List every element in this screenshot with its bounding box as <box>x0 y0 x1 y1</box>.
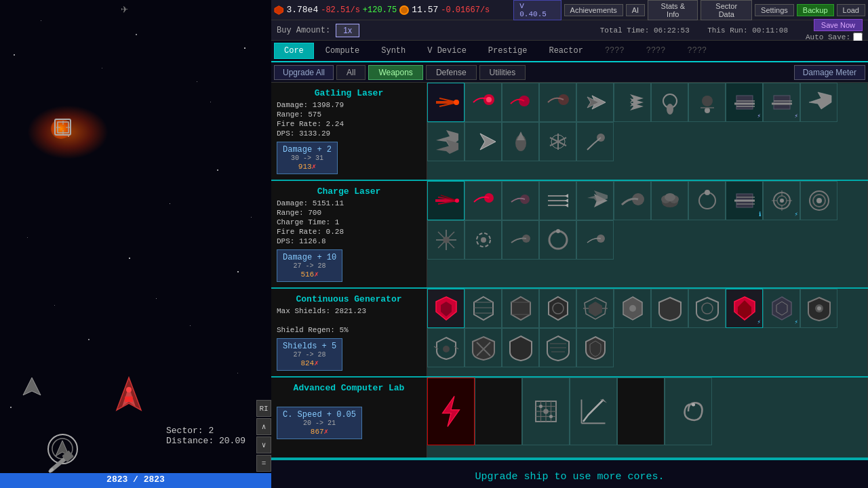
acl-cell-5[interactable] <box>617 378 665 445</box>
gatling-cell-15[interactable] <box>539 122 576 161</box>
cg-cell-16[interactable] <box>576 328 614 367</box>
cl-cell-6[interactable] <box>614 181 651 220</box>
svg-marker-118 <box>772 297 791 320</box>
cg-cell-12[interactable] <box>427 328 465 367</box>
gatling-cell-4[interactable] <box>539 83 576 122</box>
gatling-cell-3[interactable] <box>502 83 539 122</box>
charge-laser-info: Charge Laser Damage: 5151.11 Range: 700 … <box>271 181 427 287</box>
acl-cell-2[interactable] <box>475 378 522 445</box>
cl-cell-13[interactable] <box>465 220 502 260</box>
cl-cell-16[interactable] <box>576 220 614 260</box>
tab-core[interactable]: Core <box>274 43 314 59</box>
tab-unknown-1[interactable]: ???? <box>595 43 635 59</box>
cl-cell-15[interactable] <box>539 220 576 260</box>
charge-upgrade-btn[interactable]: Damage + 10 27 -> 28 516✗ <box>277 249 342 282</box>
cl-cell-10[interactable]: ⚡ <box>763 181 800 220</box>
cl-cell-active[interactable] <box>427 181 465 220</box>
backup-btn[interactable]: Backup <box>797 4 834 16</box>
settings-btn[interactable]: Settings <box>755 4 794 16</box>
cl-cell-11[interactable] <box>800 181 837 220</box>
cg-cell-6[interactable] <box>614 289 651 328</box>
gatling-cell-9[interactable]: ⚡ <box>726 83 763 122</box>
cg-cell-3[interactable] <box>502 289 539 328</box>
acl-cell-4[interactable] <box>570 378 617 445</box>
tab-prestige[interactable]: Prestige <box>478 43 538 59</box>
gatling-cell-5[interactable] <box>576 83 614 122</box>
gatling-cell-10[interactable]: ⚡ <box>763 83 800 122</box>
cg-cell-10[interactable]: ⚡ <box>763 289 800 328</box>
acl-upgrade-btn[interactable]: C. Speed + 0.05 20 -> 21 867✗ <box>277 407 362 439</box>
cg-cell-7[interactable] <box>651 289 688 328</box>
acl-cell-active[interactable] <box>427 378 475 445</box>
cg-cell-14[interactable] <box>502 328 539 367</box>
tab-compute[interactable]: Compute <box>315 43 370 59</box>
nav-down-btn[interactable]: ∨ <box>256 436 271 453</box>
svg-rect-34 <box>736 96 753 109</box>
cl-cell-8[interactable] <box>688 181 726 220</box>
tab-synth[interactable]: Synth <box>371 43 416 59</box>
cg-cell-15[interactable] <box>539 328 576 367</box>
cg-upgrade-btn[interactable]: Shields + 5 27 -> 28 824✗ <box>277 338 342 371</box>
nav-eq-btn[interactable]: = <box>256 455 271 472</box>
filter-utilities-btn[interactable]: Utilities <box>479 65 526 80</box>
charge-laser-name: Charge Laser <box>277 186 421 197</box>
ai-btn[interactable]: AI <box>626 4 645 16</box>
gatling-cell-active[interactable] <box>427 83 465 122</box>
gatling-cell-13[interactable] <box>465 122 502 161</box>
stats-info-btn[interactable]: Stats & Info <box>648 0 698 20</box>
buy-amount-btn[interactable]: 1x <box>336 24 359 37</box>
cl-cell-5[interactable] <box>576 181 614 220</box>
gatling-upgrade-btn[interactable]: Damage + 2 30 -> 31 913✗ <box>277 142 338 174</box>
tab-reactor[interactable]: Reactor <box>538 43 593 59</box>
acl-cell-6[interactable] <box>665 378 712 445</box>
cg-cell-13[interactable] <box>465 328 502 367</box>
cg-cell-active[interactable] <box>427 289 465 328</box>
bottom-message: Upgrade ship to use more cores. <box>271 459 868 488</box>
tab-unknown-2[interactable]: ???? <box>636 43 676 59</box>
nav-r-btn[interactable]: RI <box>256 400 271 417</box>
gatling-cell-7[interactable] <box>651 83 688 122</box>
gatling-cell-11[interactable] <box>800 83 837 122</box>
sector-data-btn[interactable]: Sector Data <box>701 0 752 20</box>
cl-cell-3[interactable] <box>502 181 539 220</box>
gatling-cell-6[interactable] <box>614 83 651 122</box>
cl-cell-4[interactable] <box>539 181 576 220</box>
gatling-cell-14[interactable] <box>502 122 539 161</box>
achievements-btn[interactable]: Achievements <box>564 4 623 16</box>
gatling-cell-16[interactable] <box>576 122 614 161</box>
friendly-ship <box>20 376 44 405</box>
cg-cell-9[interactable]: ⚡ <box>726 289 763 328</box>
svg-marker-64 <box>565 203 568 207</box>
cg-cell-8[interactable] <box>688 289 726 328</box>
filter-all-btn[interactable]: All <box>336 65 366 80</box>
cl-cell-2[interactable] <box>465 181 502 220</box>
nav-up-btn[interactable]: ∧ <box>256 418 271 435</box>
filter-weapons-btn[interactable]: Weapons <box>368 65 422 80</box>
cl-cell-14[interactable] <box>502 220 539 260</box>
gatling-cell-12[interactable] <box>427 122 465 161</box>
cg-cell-4[interactable] <box>539 289 576 328</box>
cl-cell-7[interactable] <box>651 181 688 220</box>
upgrade-all-btn[interactable]: Upgrade All <box>274 65 334 80</box>
upgrade-advanced-computer: Advanced Computer Lab C. Speed + 0.05 20… <box>271 378 868 459</box>
cg-cell-11[interactable] <box>800 289 837 328</box>
gatling-cell-8[interactable] <box>688 83 726 122</box>
cg-cell-5[interactable] <box>576 289 614 328</box>
filter-defense-btn[interactable]: Defense <box>426 65 477 80</box>
distance-line: Distance: 20.09 <box>166 436 245 446</box>
cg-cell-2[interactable] <box>465 289 502 328</box>
gatling-cell-2[interactable] <box>465 83 502 122</box>
load-btn[interactable]: Load <box>837 4 865 16</box>
acl-upgrade-btn-container: C. Speed + 0.05 20 -> 21 867✗ <box>277 407 421 439</box>
damage-meter-btn[interactable]: Damage Meter <box>794 65 865 80</box>
cl-cell-9[interactable]: ℹ <box>726 181 763 220</box>
top-bar: 3.78e4 -82.51/s +120.75 11.57 -0.01667/s… <box>271 0 868 20</box>
tab-vdevice[interactable]: V Device <box>417 43 477 59</box>
save-now-btn[interactable]: Save Now <box>814 19 863 31</box>
acl-cell-3[interactable] <box>522 378 570 445</box>
svg-rect-38 <box>774 96 790 109</box>
gatling-upgrade-btn-container: Damage + 2 30 -> 31 913✗ <box>277 142 421 174</box>
cl-cell-12[interactable] <box>427 220 465 260</box>
cl-stat-2: Range: 700 <box>277 209 421 217</box>
tab-unknown-3[interactable]: ???? <box>677 43 717 59</box>
